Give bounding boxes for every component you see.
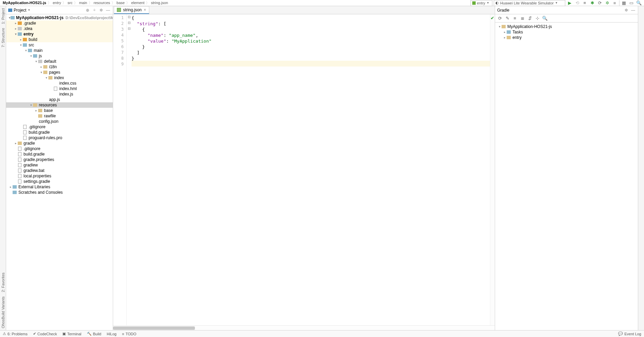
tree-item[interactable]: build xyxy=(6,37,113,42)
breadcrumb-segment[interactable]: entry xyxy=(52,1,62,5)
expand-arrow-icon[interactable] xyxy=(29,54,33,58)
search-everywhere-icon[interactable]: 🔍 xyxy=(636,0,642,6)
expand-arrow-icon[interactable] xyxy=(503,36,506,39)
tree-item[interactable]: src xyxy=(6,42,113,48)
code-line[interactable] xyxy=(132,61,490,67)
tree-item[interactable]: base xyxy=(6,108,113,113)
tree-item[interactable]: index.css xyxy=(6,80,113,86)
tree-item[interactable]: gradle xyxy=(6,141,113,146)
expand-arrow-icon[interactable] xyxy=(14,21,17,25)
tree-item[interactable]: .gradle xyxy=(6,20,113,26)
tree-item[interactable]: gradlew.bat xyxy=(6,168,113,173)
attach-icon[interactable]: ✎ xyxy=(505,16,510,21)
code-line[interactable]: ] xyxy=(132,50,490,56)
tree-item[interactable]: entry xyxy=(496,35,637,40)
breadcrumb-segment[interactable]: base xyxy=(116,1,125,5)
tree-item[interactable]: index.hml xyxy=(6,86,113,91)
show-deps-icon[interactable]: ⇵ xyxy=(527,16,533,21)
profile-icon[interactable]: ✲ xyxy=(604,0,610,6)
refresh-icon[interactable]: ⟳ xyxy=(497,16,503,21)
tree-item[interactable]: .gitignore xyxy=(6,146,113,151)
tree-item[interactable]: Tasks xyxy=(496,29,637,35)
expand-arrow-icon[interactable] xyxy=(34,109,38,112)
gradle-hide-icon[interactable]: — xyxy=(630,8,636,13)
expand-icon[interactable]: ≡ xyxy=(512,16,518,21)
scroll-thumb[interactable] xyxy=(113,326,195,330)
expand-arrow-icon[interactable] xyxy=(14,142,17,145)
project-tool-button[interactable]: 1: Project xyxy=(0,6,6,26)
tree-item[interactable]: index.js xyxy=(6,91,113,97)
breadcrumb-segment[interactable]: string.json xyxy=(150,1,169,5)
tree-item[interactable]: proguard-rules.pro xyxy=(6,135,113,141)
code-content[interactable]: { "string": [ { "name": "app_name", "val… xyxy=(132,14,490,325)
expand-arrow-icon[interactable] xyxy=(40,65,43,69)
structure-tool-button[interactable]: 7: Structure xyxy=(0,26,6,49)
expand-arrow-icon[interactable] xyxy=(19,38,22,41)
tree-item[interactable]: rawfile xyxy=(6,113,113,119)
problems-button[interactable]: ⚠ 6: Problems xyxy=(3,332,28,336)
todo-button[interactable]: ≡ TODO xyxy=(122,332,136,336)
code-line[interactable]: { xyxy=(132,15,490,21)
breadcrumb-segment[interactable]: element xyxy=(131,1,145,5)
expand-arrow-icon[interactable] xyxy=(45,76,48,79)
tree-item[interactable]: build.gradle xyxy=(6,130,113,135)
tree-item[interactable]: entry xyxy=(6,31,113,37)
fold-marker-icon[interactable]: ⊟ xyxy=(127,15,132,21)
tree-item[interactable]: pages xyxy=(6,70,113,75)
breadcrumb-segment[interactable]: resources xyxy=(93,1,111,5)
hilog-button[interactable]: HiLog xyxy=(107,332,117,336)
event-log-button[interactable]: 💬 Event Log xyxy=(618,332,641,336)
tree-item[interactable]: External Libraries xyxy=(6,184,113,190)
code-line[interactable]: "value": "MyApplication" xyxy=(132,38,490,44)
expand-arrow-icon[interactable] xyxy=(14,27,17,30)
tree-item[interactable]: .idea xyxy=(6,26,113,31)
tree-item[interactable]: Scratches and Consoles xyxy=(6,190,113,195)
project-tree[interactable]: MyApplication-HOS21-jsD:\DevEcoStudio\pr… xyxy=(6,14,113,330)
expand-arrow-icon[interactable] xyxy=(24,49,28,52)
expand-arrow-icon[interactable] xyxy=(19,43,22,47)
expand-arrow-icon[interactable] xyxy=(9,185,12,189)
fold-gutter[interactable]: ⊟⊟⊟ xyxy=(127,14,132,325)
tree-item[interactable]: gradlew xyxy=(6,162,113,168)
terminal-button[interactable]: ▣ Terminal xyxy=(62,332,81,336)
ohosbuild-tool-button[interactable]: OhosBuild Variants xyxy=(0,294,6,330)
tree-item[interactable]: local.properties xyxy=(6,173,113,179)
tree-item[interactable]: resources xyxy=(6,102,113,108)
expand-arrow-icon[interactable] xyxy=(34,60,38,63)
gradle-settings-icon[interactable]: ✲ xyxy=(624,8,629,13)
tree-item[interactable]: index xyxy=(6,75,113,80)
code-line[interactable]: } xyxy=(132,56,490,61)
expand-arrow-icon[interactable] xyxy=(40,71,43,74)
code-line[interactable]: "name": "app_name", xyxy=(132,32,490,38)
breadcrumb-segment[interactable]: main xyxy=(78,1,88,5)
tree-item[interactable]: build.gradle xyxy=(6,151,113,157)
fold-marker-icon[interactable]: ⊟ xyxy=(127,27,132,32)
offline-icon[interactable]: ⊹ xyxy=(535,16,540,21)
gradle-tree[interactable]: MyApplication-HOS21-jsTasksentry xyxy=(495,23,638,42)
breadcrumb-segment[interactable]: src xyxy=(67,1,73,5)
close-icon[interactable]: × xyxy=(144,8,146,12)
breadcrumb-segment[interactable]: MyApplication-HOS21-js xyxy=(2,1,47,5)
fold-marker-icon[interactable]: ⊟ xyxy=(127,21,132,27)
tree-item[interactable]: .gitignore xyxy=(6,124,113,130)
sync-icon[interactable]: ▭ xyxy=(628,0,634,6)
collapse-icon[interactable]: ÷ xyxy=(92,8,97,13)
attach-debugger-icon[interactable]: ≡ xyxy=(582,0,588,6)
tree-item[interactable]: settings.gradle xyxy=(6,179,113,184)
debug-icon[interactable]: ✱ xyxy=(589,0,595,6)
panel-title[interactable]: Project xyxy=(14,8,26,13)
project-structure-icon[interactable]: ▦ xyxy=(621,0,627,6)
expand-arrow-icon[interactable] xyxy=(14,32,17,36)
build-button[interactable]: 🔨 Build xyxy=(87,332,101,336)
code-line[interactable]: } xyxy=(132,44,490,50)
tree-item[interactable]: default xyxy=(6,59,113,64)
editor-horizontal-scrollbar[interactable] xyxy=(113,325,495,330)
editor-body[interactable]: 123456789 ⊟⊟⊟ { "string": [ { "name": "a… xyxy=(113,14,495,325)
tree-item[interactable]: MyApplication-HOS21-jsD:\DevEcoStudio\pr… xyxy=(6,15,113,20)
settings-icon[interactable]: ✲ xyxy=(98,8,104,13)
inspection-ok-icon[interactable]: ✔ xyxy=(491,16,494,20)
expand-arrow-icon[interactable] xyxy=(498,25,501,28)
tree-item[interactable]: gradle.properties xyxy=(6,157,113,162)
run-config-combo[interactable]: entry ▼ xyxy=(471,0,492,6)
tree-item[interactable]: main xyxy=(6,48,113,53)
